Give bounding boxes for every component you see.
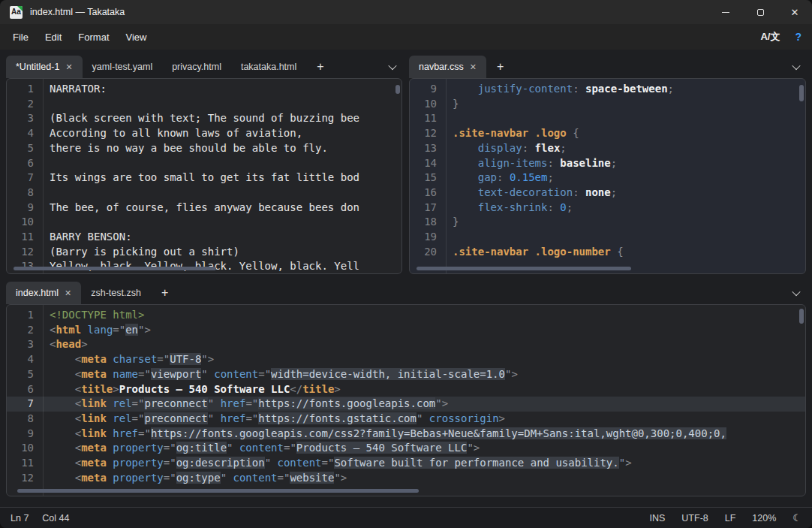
horizontal-scrollbar-thumb[interactable] xyxy=(14,267,216,270)
tab-close-icon[interactable]: ✕ xyxy=(65,63,72,71)
code-line-text: .site-navbar .logo { xyxy=(446,126,579,141)
tab-overflow-chevron-icon[interactable] xyxy=(786,282,806,304)
new-tab-button[interactable]: + xyxy=(306,56,334,78)
code-token: content xyxy=(214,368,258,380)
line-number: 19 xyxy=(410,230,446,245)
encoding[interactable]: UTF-8 xyxy=(681,513,708,523)
tab-untitled-1[interactable]: *Untitled-1✕ xyxy=(6,56,83,78)
code-token: rel xyxy=(113,412,131,424)
tab-close-icon[interactable]: ✕ xyxy=(470,63,477,71)
code-line: 6 <title>Products — 540 Software LLC</ti… xyxy=(7,382,805,397)
code-token: property xyxy=(113,457,163,469)
vertical-scrollbar-thumb[interactable] xyxy=(799,85,804,101)
code-token: display xyxy=(478,142,522,154)
line-number: 3 xyxy=(7,111,43,126)
code-token: " xyxy=(467,442,473,454)
menu-view[interactable]: View xyxy=(118,28,155,47)
tab-list: navbar.css✕ xyxy=(409,56,486,78)
statusbar-right: INSUTF-8LF120%☾ xyxy=(650,512,802,523)
menu-edit[interactable]: Edit xyxy=(37,28,70,47)
line-number: 11 xyxy=(7,230,43,245)
minimize-button[interactable] xyxy=(708,0,743,24)
insert-mode[interactable]: INS xyxy=(650,513,666,523)
code-token: = xyxy=(157,353,163,365)
code-token: ; xyxy=(547,171,553,183)
editor-area[interactable]: 1NARRATOR:23(Black screen with text; The… xyxy=(6,78,402,274)
editor-area[interactable]: 1<!DOCTYPE html>2<html lang="en">3<head>… xyxy=(6,304,806,496)
tab-yaml-test-yaml[interactable]: yaml-test.yaml xyxy=(83,56,163,78)
line-number: 5 xyxy=(7,141,43,156)
code-line-text xyxy=(43,156,50,171)
tab-zsh-test-zsh[interactable]: zsh-test.zsh xyxy=(81,282,151,304)
code-token: website xyxy=(290,472,334,484)
close-button[interactable]: ✕ xyxy=(777,0,812,24)
ime-language-toggle[interactable]: A/文 xyxy=(760,30,780,44)
code-token: lang xyxy=(88,324,113,336)
code-token: > xyxy=(474,442,480,454)
tab-navbar-css[interactable]: navbar.css✕ xyxy=(409,56,486,78)
horizontal-scrollbar[interactable] xyxy=(10,267,392,271)
horizontal-scrollbar-thumb[interactable] xyxy=(417,267,631,270)
menu-format[interactable]: Format xyxy=(70,28,117,47)
code-token: (Barry is picking out a shirt) xyxy=(50,246,239,258)
code-token: link xyxy=(81,412,107,424)
editor-area[interactable]: 9 justify-content: space-between;10}1112… xyxy=(409,78,806,274)
code-token: meta xyxy=(81,368,107,380)
line-number: 2 xyxy=(7,323,43,338)
code-token: ; xyxy=(560,142,566,154)
horizontal-scrollbar[interactable] xyxy=(10,489,796,493)
code-line-text: align-items: baseline; xyxy=(446,156,617,171)
code-token: } xyxy=(453,216,459,228)
tab-takataka-html[interactable]: takataka.html xyxy=(231,56,306,78)
code-token xyxy=(453,142,478,154)
menu-file[interactable]: File xyxy=(5,28,37,47)
new-tab-button[interactable]: + xyxy=(151,282,179,304)
code-line: 10 <meta property="og:title" content="Pr… xyxy=(7,441,805,456)
code-line-text: gap: 0.15em; xyxy=(446,170,554,186)
line-ending[interactable]: LF xyxy=(725,513,736,523)
line-number: 11 xyxy=(410,111,446,126)
help-button[interactable]: ? xyxy=(795,31,801,43)
zoom-level[interactable]: 120% xyxy=(752,513,776,523)
new-tab-button[interactable]: + xyxy=(486,56,514,78)
code-token: href xyxy=(113,427,138,439)
tab-index-html[interactable]: index.html✕ xyxy=(6,282,81,304)
horizontal-scrollbar[interactable] xyxy=(413,267,796,271)
maximize-button[interactable] xyxy=(743,0,777,24)
code-token: https://fonts.googleapis.com xyxy=(258,397,435,409)
code-token: none xyxy=(585,186,611,198)
vertical-scrollbar-thumb[interactable] xyxy=(799,309,804,323)
code-token: property xyxy=(113,472,163,484)
tab-label: takataka.html xyxy=(241,62,296,72)
code-line: 13 display: flex; xyxy=(410,141,805,156)
code-token: = xyxy=(113,324,119,336)
code-line: 5there is no way a bee should be able to… xyxy=(7,141,401,156)
code-token: < xyxy=(75,427,81,439)
vertical-scrollbar-thumb[interactable] xyxy=(395,85,400,94)
code-token: crossorigin xyxy=(429,412,499,424)
vertical-scrollbar[interactable] xyxy=(395,81,400,266)
tab-overflow-chevron-icon[interactable] xyxy=(383,56,402,78)
code-token xyxy=(227,472,233,484)
vertical-scrollbar[interactable] xyxy=(798,307,804,488)
code-token: link xyxy=(81,427,107,439)
code-token: .site-navbar .logo xyxy=(453,127,567,139)
code-token: html xyxy=(56,324,81,336)
window-controls: ✕ xyxy=(708,0,812,24)
code-token: > xyxy=(442,397,448,409)
horizontal-scrollbar-thumb[interactable] xyxy=(17,489,418,493)
tab-overflow-chevron-icon[interactable] xyxy=(786,56,806,78)
code-token: = xyxy=(132,412,138,424)
code-token: viewport xyxy=(151,368,201,380)
code-line: 3<head> xyxy=(7,337,805,352)
code-line-text: justify-content: space-between; xyxy=(446,82,674,97)
code-token: The bee, of course, flies anyway because… xyxy=(50,201,359,213)
vertical-scrollbar[interactable] xyxy=(798,81,804,266)
code-token: < xyxy=(75,472,81,484)
tab-close-icon[interactable]: ✕ xyxy=(65,289,71,297)
cursor-column: Col 44 xyxy=(42,513,69,523)
tab-privacy-html[interactable]: privacy.html xyxy=(162,56,231,78)
theme-moon-icon[interactable]: ☾ xyxy=(792,512,801,523)
code-token: = xyxy=(164,457,170,469)
code-token: " xyxy=(201,368,207,380)
